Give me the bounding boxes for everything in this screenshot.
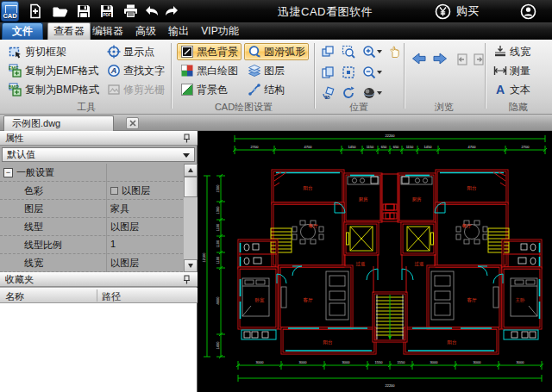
new-file-button[interactable] — [26, 3, 45, 20]
svg-text:A: A — [496, 83, 505, 96]
property-row-layer[interactable]: 图层 家具 — [0, 200, 183, 218]
yen-icon[interactable] — [435, 3, 451, 20]
tab-vip[interactable]: VIP功能 — [196, 22, 244, 40]
favorites-header: 收藏夹 — [0, 272, 198, 287]
print-button[interactable] — [121, 3, 140, 20]
cut-frame-icon — [9, 45, 22, 59]
favorites-title: 收藏夹 — [5, 273, 34, 286]
scroll-up-button[interactable] — [184, 164, 198, 177]
column-divider[interactable] — [97, 289, 97, 302]
black-background-icon — [180, 45, 194, 59]
property-group-row[interactable]: − 一般设置 — [0, 164, 183, 182]
property-value: 1 — [110, 239, 116, 249]
copy-emf-label: 复制为EMF格式 — [25, 64, 98, 78]
property-label: 线型比例 — [24, 239, 62, 252]
smooth-arc-button[interactable]: 圆滑弧形 — [244, 43, 309, 60]
tab-editor[interactable]: 编辑器 — [87, 22, 129, 40]
tab-output[interactable]: 输出 — [163, 22, 194, 40]
property-row-linetype-scale[interactable]: 线型比例 1 — [0, 236, 183, 254]
column-path[interactable]: 路径 — [102, 290, 121, 303]
arrow-left-icon — [411, 52, 427, 65]
next-view-button[interactable] — [431, 50, 448, 67]
scrollbar-thumb[interactable] — [184, 177, 198, 197]
zoom-in-dropdown[interactable] — [377, 50, 382, 53]
zoom-extents-button[interactable] — [340, 64, 357, 81]
triangle-down-icon — [188, 264, 193, 268]
copy-bmp-label: 复制为BMP格式 — [25, 83, 99, 97]
cut-frame-button[interactable]: 剪切框架 — [5, 43, 70, 60]
svg-text:22200: 22200 — [385, 383, 395, 388]
save-button[interactable] — [74, 3, 93, 20]
collapse-icon[interactable]: − — [3, 168, 13, 177]
hide-measure-button[interactable]: 测量 — [490, 62, 534, 79]
tab-file[interactable]: 文件 — [2, 22, 43, 40]
render-mode-button[interactable] — [361, 84, 378, 102]
scrollbar[interactable] — [184, 164, 198, 272]
undo-button[interactable] — [142, 3, 161, 20]
prev-layout-button[interactable] — [454, 51, 471, 68]
find-text-button[interactable]: A 查找文字 — [104, 62, 168, 79]
render-mode-dropdown[interactable] — [377, 91, 382, 95]
pan-button[interactable] — [386, 43, 404, 60]
document-tab-close-button[interactable] — [126, 117, 139, 129]
hide-linewidth-button[interactable]: 线宽 — [490, 43, 534, 60]
bw-drawing-button[interactable]: 黑白绘图 — [177, 62, 242, 79]
svg-text:厨房: 厨房 — [359, 196, 368, 202]
property-row-linetype[interactable]: 线型 以图层 — [0, 218, 183, 236]
black-background-button[interactable]: 黑色背景 — [177, 43, 242, 60]
svg-text:厨房: 厨房 — [412, 196, 422, 202]
zoom-out-dropdown[interactable] — [377, 71, 382, 74]
zoom-out-button[interactable] — [361, 64, 378, 81]
rotate-view-button[interactable] — [340, 84, 357, 102]
svg-text:1150: 1150 — [406, 145, 414, 149]
copy-view-button[interactable] — [319, 64, 336, 81]
copy-bmp-icon: BMP — [9, 83, 22, 96]
save-pdf-button[interactable]: PDF — [97, 3, 116, 20]
svg-text:餐厅: 餐厅 — [309, 223, 318, 228]
drawing-canvas[interactable]: .g { stroke:#00bb00; stroke-width:1; fil… — [198, 131, 552, 392]
find-text-label: 查找文字 — [123, 64, 165, 78]
account-icon[interactable] — [520, 3, 536, 20]
preset-dropdown[interactable]: 默认值 — [2, 147, 195, 162]
preset-value: 默认值 — [7, 148, 35, 161]
background-color-label: 背景色 — [197, 83, 228, 97]
pan-view-copy-button[interactable] — [319, 43, 336, 60]
svg-text:2700: 2700 — [522, 145, 530, 149]
redo-button[interactable] — [162, 3, 181, 20]
zoom-in-button[interactable] — [361, 43, 378, 60]
zoom-extents-icon — [342, 65, 355, 79]
tab-advanced[interactable]: 高级 — [130, 22, 161, 40]
property-row-color[interactable]: 色彩 以图层 — [0, 182, 183, 200]
next-layout-button[interactable] — [470, 51, 487, 68]
layers-button[interactable]: 图层 — [244, 62, 288, 79]
group-label-browse: 浏览 — [405, 101, 483, 114]
buy-button[interactable]: 购买 — [456, 3, 479, 19]
scroll-down-button[interactable] — [184, 259, 198, 272]
pin-icon[interactable] — [182, 134, 191, 143]
copy-pages-icon — [321, 65, 335, 79]
trim-raster-button[interactable]: 修剪光栅 — [104, 81, 168, 98]
property-row-lineweight[interactable]: 线宽 以图层 — [0, 254, 183, 272]
document-tab-bar: 示例图.dwg — [0, 115, 552, 131]
svg-text:阳台: 阳台 — [323, 339, 333, 345]
svg-text:PDF: PDF — [103, 13, 110, 17]
column-name[interactable]: 名称 — [5, 290, 24, 303]
show-points-button[interactable]: 显示点 — [104, 43, 158, 60]
copy-emf-button[interactable]: EMF 复制为EMF格式 — [5, 62, 102, 79]
copy-bmp-button[interactable]: BMP 复制为BMP格式 — [5, 81, 103, 98]
open-file-button[interactable] — [50, 3, 69, 20]
show-points-label: 显示点 — [123, 45, 154, 59]
favorites-list[interactable] — [0, 303, 197, 392]
app-logo[interactable]: CAD — [1, 1, 19, 22]
group-label-hide: 隐藏 — [488, 101, 549, 114]
zoom-window-button[interactable] — [340, 43, 357, 60]
hide-text-button[interactable]: A 文本 — [490, 81, 534, 98]
prev-view-button[interactable] — [411, 50, 428, 67]
structure-button[interactable]: 结构 — [244, 81, 288, 98]
pin-icon[interactable] — [182, 275, 191, 284]
rotate-35-button[interactable]: 35 — [319, 84, 336, 102]
tab-viewer[interactable]: 查看器 — [47, 22, 91, 40]
menu-tab-row: 文件 查看器 编辑器 高级 输出 VIP功能 — [0, 22, 552, 40]
document-tab[interactable]: 示例图.dwg — [3, 115, 114, 131]
background-color-button[interactable]: 背景色 — [177, 81, 231, 98]
